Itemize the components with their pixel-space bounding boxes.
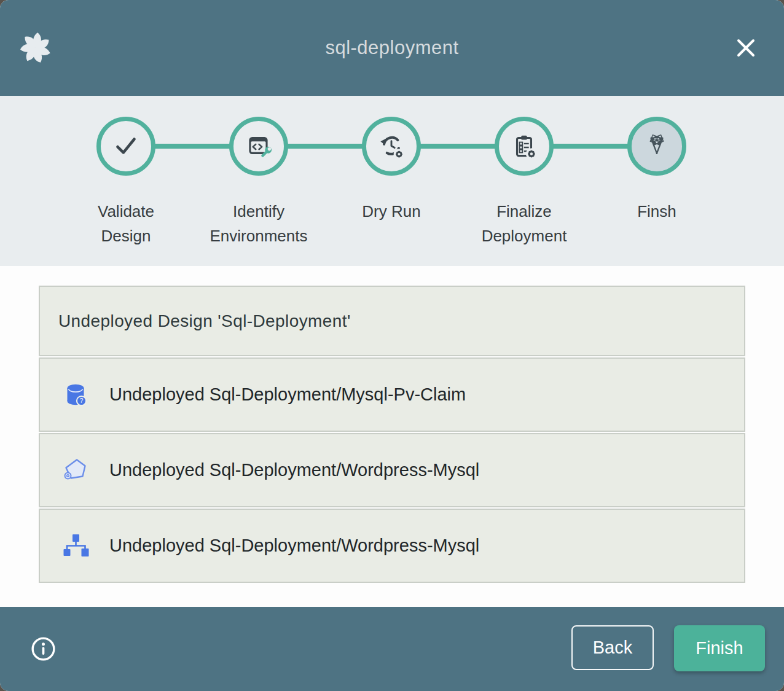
back-button[interactable]: Back <box>571 625 654 670</box>
step-label-finish: Finsh <box>571 199 743 224</box>
check-icon <box>111 131 141 162</box>
log-row-mysql-pv-claim: ? Undeployed Sql-Deployment/Mysql-Pv-Cla… <box>39 357 745 432</box>
clipboard-gear-icon <box>509 131 539 162</box>
content-area: Undeployed Design 'Sql-Deployment' ? <box>0 266 784 607</box>
log-row-text: Undeployed Sql-Deployment/Wordpress-Mysq… <box>109 536 479 556</box>
step-circle-finish[interactable] <box>627 117 686 176</box>
checkered-flags-icon <box>641 131 672 162</box>
stepper: Validate Design Identify Environments Dr… <box>0 96 784 266</box>
code-wrench-icon <box>243 131 274 162</box>
titlebar: sql-deployment <box>0 0 784 96</box>
log-header-text: Undeployed Design 'Sql-Deployment' <box>58 311 351 331</box>
app-pinwheel-logo-icon <box>20 32 52 64</box>
deployment-wizard-dialog: sql-deployment <box>0 0 784 691</box>
step-circle-identify-environments[interactable] <box>229 117 288 176</box>
svg-text:?: ? <box>80 397 84 404</box>
log-header-row: Undeployed Design 'Sql-Deployment' <box>39 286 745 356</box>
pod-icon <box>61 456 90 485</box>
dialog-title: sql-deployment <box>325 37 458 59</box>
step-circle-dry-run[interactable] <box>362 117 421 176</box>
step-circle-finalize-deployment[interactable] <box>495 117 554 176</box>
finish-button[interactable]: Finish <box>674 625 765 671</box>
database-icon: ? <box>61 380 90 410</box>
log-row-wordpress-mysql-deployment: Undeployed Sql-Deployment/Wordpress-Mysq… <box>39 509 745 583</box>
close-icon[interactable] <box>734 36 758 60</box>
deployment-log-panel: Undeployed Design 'Sql-Deployment' ? <box>39 286 745 583</box>
sync-gear-icon <box>376 131 407 162</box>
footer: Back Finish <box>0 607 784 691</box>
log-row-text: Undeployed Sql-Deployment/Wordpress-Mysq… <box>109 460 479 480</box>
deployment-tree-icon <box>61 531 90 561</box>
log-row-text: Undeployed Sql-Deployment/Mysql-Pv-Claim <box>109 385 466 405</box>
step-circle-validate-design[interactable] <box>96 117 155 176</box>
log-row-wordpress-mysql-pod: Undeployed Sql-Deployment/Wordpress-Mysq… <box>39 433 745 507</box>
info-icon[interactable] <box>29 635 57 663</box>
